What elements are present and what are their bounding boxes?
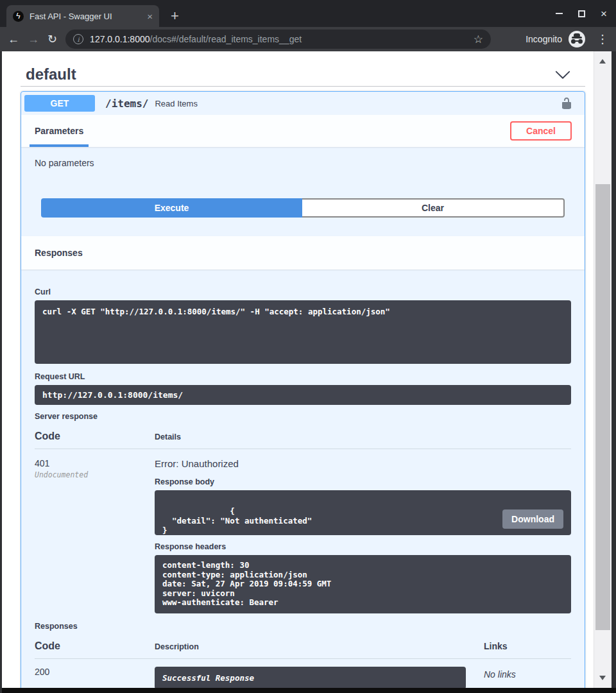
tab-parameters[interactable]: Parameters: [30, 115, 89, 147]
window-controls: ×: [556, 0, 607, 27]
execute-button-group: Execute Clear: [41, 198, 565, 218]
status-code-cell: 401 Undocumented: [35, 458, 155, 479]
response-body-block: { "detail": "Not authenticated" } Downlo…: [155, 490, 571, 535]
operation-summary-text: Read Items: [155, 99, 560, 108]
tab-title: Fast API - Swagger UI: [30, 12, 141, 21]
column-header-description: Description: [155, 642, 484, 651]
response-body-json: { "detail": "Not authenticated" }: [162, 506, 312, 535]
curl-label: Curl: [35, 287, 571, 296]
window-close-button[interactable]: ×: [601, 8, 607, 19]
opblock-get-items: GET /items/ Read Items Parameters Cancel…: [21, 91, 585, 693]
status-code: 401: [35, 458, 155, 468]
response-headers-block: content-length: 30 content-type: applica…: [155, 555, 571, 613]
incognito-hat: [572, 37, 582, 38]
http-method-badge: GET: [24, 95, 95, 112]
url-text[interactable]: 127.0.0.1:8000/docs#/default/read_items_…: [90, 34, 467, 44]
url-path: /docs#/default/read_items_items__get: [150, 34, 302, 44]
responses-section-label: Responses: [35, 248, 83, 258]
site-info-icon[interactable]: i: [73, 34, 83, 44]
maximize-button[interactable]: [578, 10, 585, 17]
responses-table-label: Responses: [35, 622, 571, 631]
no-parameters-text: No parameters: [21, 147, 585, 168]
chevron-down-icon[interactable]: [554, 66, 571, 83]
execute-button[interactable]: Execute: [41, 198, 302, 218]
operation-path: /items/: [105, 98, 148, 110]
responses-table-header: Code Description Links: [35, 640, 571, 659]
swagger-content: default GET /items/ Read Items Parameter…: [2, 51, 594, 693]
request-url-label: Request URL: [35, 372, 571, 381]
page-viewport: default GET /items/ Read Items Parameter…: [0, 51, 616, 693]
response-details-cell: Error: Unauthorized Response body { "det…: [155, 458, 571, 613]
forward-icon[interactable]: →: [28, 33, 39, 45]
incognito-indicator: Incognito ⋮: [526, 31, 608, 47]
responses-section-header: Responses: [21, 236, 585, 270]
incognito-icon: [569, 31, 585, 47]
response-headers-label: Response headers: [155, 542, 571, 551]
error-text: Error: Unauthorized: [155, 458, 571, 469]
url-host: 127.0.0.1:8000: [90, 34, 150, 44]
reload-icon[interactable]: ↻: [47, 33, 57, 45]
column-header-links: Links: [484, 641, 571, 651]
browser-toolbar: ← → ↻ i 127.0.0.1:8000/docs#/default/rea…: [0, 27, 616, 51]
tag-section-header[interactable]: default: [21, 62, 585, 87]
bolt-glyph: ϟ: [16, 12, 20, 21]
server-response-table-header: Code Details: [35, 431, 571, 449]
download-button[interactable]: Download: [502, 509, 563, 529]
server-response-label: Server response: [35, 412, 571, 421]
column-header-details: Details: [155, 432, 181, 441]
response-description-cell: Successful Response: [155, 667, 484, 689]
browser-menu-icon[interactable]: ⋮: [597, 32, 608, 46]
browser-tab[interactable]: ϟ Fast API - Swagger UI ×: [6, 5, 159, 27]
responses-section-body: Curl curl -X GET "http://127.0.0.1:8000/…: [21, 270, 585, 693]
new-tab-button[interactable]: +: [171, 9, 179, 23]
operation-summary[interactable]: GET /items/ Read Items: [21, 92, 585, 115]
page-title: default: [26, 65, 76, 83]
status-note: Undocumented: [35, 470, 155, 479]
window-bottom-edge: [0, 688, 616, 693]
minimize-button[interactable]: [556, 13, 563, 14]
response-code: 200: [35, 667, 155, 677]
fastapi-favicon-icon: ϟ: [13, 11, 24, 22]
bookmark-star-icon[interactable]: ☆: [474, 33, 483, 46]
back-icon[interactable]: ←: [8, 33, 19, 45]
server-response-row: 401 Undocumented Error: Unauthorized Res…: [35, 449, 571, 613]
response-body-label: Response body: [155, 477, 571, 486]
column-header-code: Code: [35, 431, 155, 442]
browser-titlebar: ϟ Fast API - Swagger UI × + ×: [0, 0, 616, 27]
cancel-button[interactable]: Cancel: [510, 121, 572, 141]
response-links: No links: [484, 667, 571, 680]
parameters-header: Parameters Cancel: [21, 115, 585, 147]
window-right-edge: [612, 51, 616, 693]
unlocked-padlock-icon[interactable]: [560, 97, 573, 110]
address-bar[interactable]: i 127.0.0.1:8000/docs#/default/read_item…: [65, 30, 491, 49]
incognito-glasses: [571, 39, 576, 44]
scrollbar-thumb[interactable]: [595, 184, 610, 630]
tab-close-icon[interactable]: ×: [147, 11, 153, 22]
curl-code-block: curl -X GET "http://127.0.0.1:8000/items…: [35, 300, 571, 364]
column-header-code: Code: [35, 640, 155, 652]
scroll-down-arrow-icon[interactable]: [599, 676, 606, 683]
clear-button[interactable]: Clear: [302, 198, 565, 218]
request-url-block: http://127.0.0.1:8000/items/: [35, 385, 571, 405]
table-row: 200 Successful Response No links: [35, 659, 571, 689]
response-description-block: Successful Response: [155, 667, 466, 689]
scrollbar[interactable]: [594, 51, 612, 688]
incognito-label: Incognito: [526, 34, 562, 44]
scroll-up-arrow-icon[interactable]: [599, 56, 606, 64]
